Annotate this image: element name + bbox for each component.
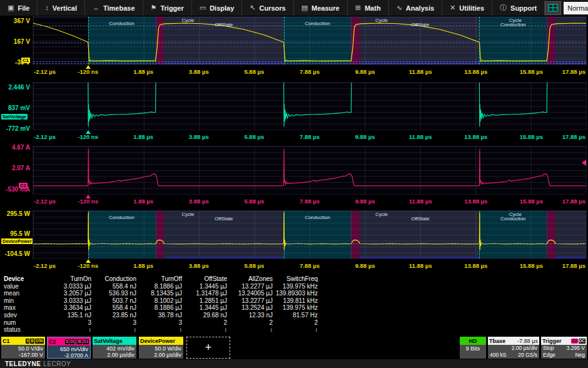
waveform-panel-satvoltage[interactable] <box>33 82 587 130</box>
x-axis-satvoltage: -2.12 µs-120 ns1.88 µs3.88 µs5.88 µs7.88… <box>33 130 587 145</box>
timebase-scale: 2.00 µs/div <box>512 345 537 352</box>
descriptor-badges: SBD50 <box>25 339 44 344</box>
menu-item-math[interactable]: ⊞Math <box>348 0 389 16</box>
x-axis-c2: -2.12 µs-120 ns1.88 µs3.88 µs5.88 µs7.88… <box>33 195 587 210</box>
table-value-cell: 1.31478 µJ <box>183 290 228 297</box>
channel-badge-b: B <box>78 339 82 344</box>
trigger-time-marker[interactable] <box>86 65 91 69</box>
add-trace-button[interactable]: + <box>186 337 230 359</box>
menu-item-timebase[interactable]: ↔Timebase <box>85 0 143 16</box>
threshold-cursor <box>33 61 586 62</box>
table-value-cell: 38.78 nJ <box>138 312 183 319</box>
table-value-cell: 558.4 nJ <box>93 283 138 290</box>
table-value-cell: 135.1 nJ <box>41 312 93 319</box>
x-tick: -2.12 µs <box>34 68 56 75</box>
y-label: -772 mV <box>0 125 30 132</box>
x-tick: 13.88 µs <box>464 133 487 140</box>
waveform-panel-c1[interactable]: Conduction Conduction Conduction Cycle C… <box>33 16 587 65</box>
channel-marker-c1[interactable]: C1 <box>21 58 30 63</box>
zone-label-cycle: Cycle <box>509 212 522 217</box>
measurement-table: DeviceTurnOnConductionTurnOffOffStateAll… <box>4 275 319 334</box>
table-value-cell: 3.3634 µJ <box>41 304 93 312</box>
timebase-label: Tbase <box>489 338 505 344</box>
trigger-time-marker[interactable] <box>86 130 91 134</box>
x-tick: 5.88 µs <box>244 133 264 140</box>
trigger-time-marker[interactable] <box>86 259 91 263</box>
x-tick: -2.12 µs <box>34 133 56 140</box>
menu-item-file[interactable]: ▣File <box>0 0 38 16</box>
table-value-cell: 1.3445 µJ <box>183 283 228 290</box>
x-tick: -2.12 µs <box>34 198 56 205</box>
table-column-header: OffState <box>183 275 228 283</box>
descriptor-devicepower[interactable]: DevicePower 50.0 W/div 2.00 µs/div <box>139 337 183 359</box>
display-mode-value: Normal <box>567 4 588 12</box>
descriptor-title: C1 <box>3 338 10 344</box>
timebase-box[interactable]: Tbase -7.88 µs 2.00 µs/div 400 kS 20 GS/… <box>488 337 539 359</box>
trigger-level-marker[interactable] <box>582 160 586 166</box>
menu-item-display[interactable]: ▭Display <box>192 0 243 16</box>
descriptor-c2[interactable]: C2 SDQBD1 650 mA/div -2.0700 A <box>47 337 91 359</box>
table-row-label: sdev <box>4 312 41 319</box>
support-icon: ⓘ <box>500 4 507 11</box>
zone-label-conduction: Conduction <box>109 21 134 26</box>
x-tick: 13.88 µs <box>464 198 487 205</box>
waveform-panel-devicepower[interactable]: Conduction Conduction Conduction Cycle C… <box>33 210 587 259</box>
table-value-cell: 13.24005 µJ <box>228 290 274 297</box>
y-label: 4.67 A <box>0 144 30 151</box>
table-value-cell: 536.93 nJ <box>93 290 138 297</box>
table-column-header: TurnOff <box>138 275 183 283</box>
x-tick: 7.88 µs <box>300 262 320 269</box>
trigger-box[interactable]: Trigger C2 DC Stop 3.295 V Edge Neg <box>541 337 587 359</box>
x-tick: 15.88 µs <box>520 198 543 205</box>
y-label: 837 mV <box>0 105 30 111</box>
menu-item-label: Measure <box>312 4 340 12</box>
menu-item-label: Trigger <box>160 4 183 12</box>
zone-label-offstate: OffState <box>411 22 429 28</box>
menu-item-utilities[interactable]: ✕Utilities <box>442 0 492 16</box>
trigger-time-marker[interactable] <box>86 195 91 198</box>
menu-item-label: File <box>18 4 29 12</box>
table-status-cell: ↕ <box>138 326 183 334</box>
status-icon: ↕ <box>270 327 273 333</box>
menu-item-label: Cursors <box>260 4 286 12</box>
table-value-cell: 139.811 kHz <box>274 297 319 305</box>
table-value-cell: 139.975 kHz <box>274 304 319 312</box>
descriptor-title: DevicePower <box>140 338 175 344</box>
menu-item-measure[interactable]: ▤Measure <box>294 0 348 16</box>
x-tick: 1.88 µs <box>133 198 153 205</box>
grid-display-button[interactable] <box>545 1 561 15</box>
utilities-icon: ✕ <box>450 4 455 11</box>
channel-marker-devicepower[interactable]: DevicePower <box>1 238 33 244</box>
descriptor-satvoltage[interactable]: SatVoltage 402 mV/div 2.00 µs/div <box>93 337 136 359</box>
channel-marker-satvoltage[interactable]: SatVoltage <box>1 114 28 120</box>
table-value-cell: 2 <box>228 319 274 327</box>
x-tick: 15.88 µs <box>520 133 543 140</box>
channel-badge-d50: D50 <box>35 339 44 344</box>
menu-item-support[interactable]: ⓘSupport <box>492 0 545 16</box>
hd-resolution-box[interactable]: HD 9 Bits <box>460 337 486 359</box>
table-value-cell: 2 <box>274 319 319 327</box>
status-icon: ↕ <box>315 327 318 333</box>
menu-item-cursors[interactable]: ↖Cursors <box>242 0 293 16</box>
table-status-cell: ↕ <box>41 326 93 334</box>
display-mode-dropdown[interactable]: Normal <box>564 2 588 14</box>
table-row-label: max <box>4 304 41 312</box>
menu-bar-items: ▣File↕Vertical↔Timebase⚑Trigger▭Display↖… <box>0 0 545 16</box>
menu-item-label: Support <box>510 4 537 12</box>
table-value-cell: 13.2277 µJ <box>228 283 274 290</box>
zone-label-cycle: Cycle <box>375 18 388 23</box>
table-column-header: Conduction <box>93 275 138 283</box>
waveform-panel-c2[interactable] <box>33 146 587 195</box>
x-tick: 15.88 µs <box>520 262 543 269</box>
menu-item-vertical[interactable]: ↕Vertical <box>38 0 85 16</box>
menu-item-trigger[interactable]: ⚑Trigger <box>143 0 192 16</box>
descriptor-scale: 50.0 W/div <box>139 345 181 352</box>
channel-badge-b: B <box>30 339 34 344</box>
channel-marker-c2[interactable]: C2 <box>19 183 28 188</box>
table-value-cell: 81.57 Hz <box>274 312 319 319</box>
x-tick: 5.88 µs <box>244 68 264 75</box>
menu-item-analysis[interactable]: ∿Analysis <box>389 0 442 16</box>
descriptor-scale: 50.0 V/div <box>1 345 43 352</box>
descriptor-c1[interactable]: C1 SBD50 50.0 V/div -167.00 V <box>1 337 45 359</box>
display-icon: ▭ <box>200 4 206 11</box>
